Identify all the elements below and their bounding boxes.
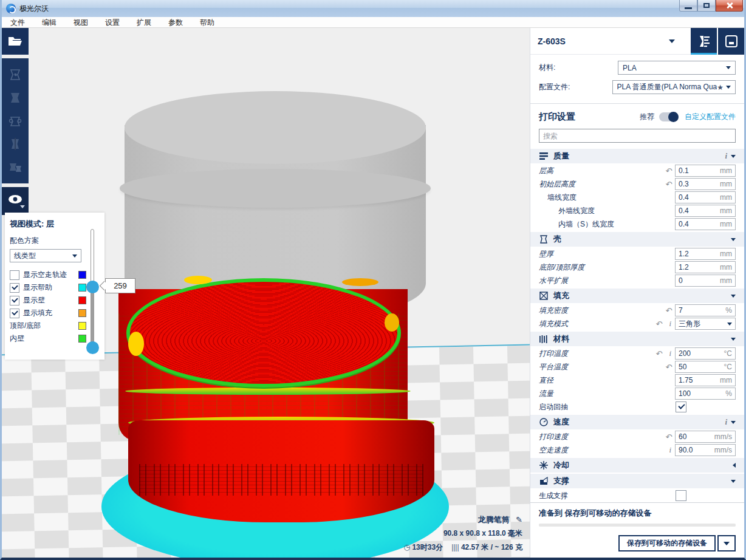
save-options-button[interactable] xyxy=(717,535,736,551)
chevron-left-icon[interactable] xyxy=(733,463,736,468)
view-mode-button[interactable] xyxy=(2,187,29,215)
undo-icon[interactable]: ↷ xyxy=(666,306,672,315)
flow-input[interactable]: 100% xyxy=(675,388,736,400)
infill-pattern-select[interactable]: 三角形 xyxy=(675,318,736,330)
chevron-down-icon[interactable] xyxy=(731,421,736,424)
horizontal-expansion-input[interactable]: 0mm xyxy=(675,275,736,287)
layer-slider-lower-handle[interactable] xyxy=(86,341,99,354)
material-select[interactable]: PLA xyxy=(618,61,736,75)
legend-row-shell[interactable]: 显示壁 xyxy=(10,294,100,307)
rename-pencil-icon[interactable]: ✎ xyxy=(516,515,522,524)
travel-speed-input[interactable]: 90.0mm/s xyxy=(675,444,736,456)
setting-label: 流量 xyxy=(539,389,675,399)
enable-retraction-checkbox[interactable] xyxy=(676,401,686,412)
shell-color-swatch xyxy=(78,296,86,304)
section-material[interactable]: 材料 xyxy=(530,332,744,346)
machine-selector[interactable]: Z-603S xyxy=(530,28,744,55)
section-quality[interactable]: 质量 i xyxy=(530,149,744,163)
color-scheme-select[interactable]: 线类型 xyxy=(10,249,81,262)
move-tool-icon[interactable] xyxy=(9,68,22,81)
custom-profile-link[interactable]: 自定义配置文件 xyxy=(685,112,736,122)
setting-label: 壁厚 xyxy=(539,249,675,259)
close-button[interactable] xyxy=(716,0,743,12)
setting-row: 底部/顶部厚度 1.2mm xyxy=(539,261,736,274)
legend-row-travels[interactable]: 显示空走轨迹 xyxy=(10,268,100,281)
show-infill-checkbox[interactable] xyxy=(10,309,19,318)
open-file-button[interactable] xyxy=(2,28,29,55)
print-speed-input[interactable]: 60mm/s xyxy=(675,431,736,443)
chevron-down-icon[interactable] xyxy=(731,155,736,158)
initial-layer-height-input[interactable]: 0.3mm xyxy=(675,178,736,190)
outer-wall-line-width-input[interactable]: 0.4mm xyxy=(675,205,736,217)
menu-parameters[interactable]: 参数 xyxy=(160,17,191,28)
recommended-custom-toggle[interactable] xyxy=(659,112,679,121)
minimize-button[interactable] xyxy=(679,0,697,12)
section-cooling[interactable]: 冷却 xyxy=(530,458,744,473)
profile-select[interactable]: PLA 普通质量(PLA Norma Qua ★ xyxy=(612,80,736,94)
info-icon: i xyxy=(725,417,727,427)
wall-line-width-input[interactable]: 0.4mm xyxy=(675,191,736,203)
menu-settings[interactable]: 设置 xyxy=(97,17,128,28)
save-to-removable-button[interactable]: 保存到可移动的存储设备 xyxy=(618,535,716,551)
viewport-3d[interactable]: 视图模式: 层 配色方案 线类型 显示空走轨迹 显示帮助 xyxy=(2,28,530,558)
model-name: 龙腾笔筒 xyxy=(478,515,510,524)
tab-layer-view[interactable] xyxy=(691,28,717,55)
mirror-tool-icon[interactable] xyxy=(9,137,22,151)
chevron-down-icon[interactable] xyxy=(20,205,25,208)
layer-slider-upper-handle[interactable] xyxy=(86,281,99,293)
chevron-down-icon[interactable] xyxy=(731,238,736,241)
menu-help[interactable]: 帮助 xyxy=(191,17,223,28)
settings-search-input[interactable] xyxy=(539,129,736,143)
menu-edit[interactable]: 编辑 xyxy=(33,17,65,28)
chevron-down-icon[interactable] xyxy=(731,480,736,483)
tab-monitor[interactable] xyxy=(718,28,744,55)
undo-icon[interactable]: ↷ xyxy=(656,319,663,329)
section-infill[interactable]: 填充 xyxy=(530,289,744,303)
bed-temperature-input[interactable]: 50°C xyxy=(675,361,736,373)
menu-bar: 文件 编辑 视图 设置 扩展 参数 帮助 xyxy=(2,17,744,28)
section-shell[interactable]: 壳 xyxy=(530,232,744,247)
chevron-down-icon[interactable] xyxy=(731,295,736,298)
menu-extensions[interactable]: 扩展 xyxy=(128,17,160,28)
profile-value: PLA 普通质量(PLA Norma Qua xyxy=(617,82,717,92)
chevron-down-icon[interactable] xyxy=(731,338,736,341)
show-helpers-checkbox[interactable] xyxy=(10,283,19,293)
material-value: PLA xyxy=(623,64,726,72)
material-icon xyxy=(539,334,549,344)
rotate-tool-icon[interactable] xyxy=(9,114,22,128)
setting-row: 层高 ↷ 0.1mm xyxy=(539,164,736,177)
print-temperature-input[interactable]: 200°C xyxy=(675,347,736,360)
setting-row: 打印温度 ↷ i 200°C xyxy=(539,347,736,360)
infill-density-input[interactable]: 7% xyxy=(675,304,736,316)
top-bottom-thickness-input[interactable]: 1.2mm xyxy=(675,261,736,273)
undo-icon[interactable]: ↷ xyxy=(666,363,672,372)
inner-wall-line-width-input[interactable]: 0.4mm xyxy=(675,218,736,230)
section-support[interactable]: 支撑 xyxy=(530,474,744,488)
layer-height-input[interactable]: 0.1mm xyxy=(675,165,736,177)
save-status-text: 准备到 保存到可移动的存储设备 xyxy=(539,508,736,519)
maximize-button[interactable] xyxy=(697,0,716,12)
layer-view-icon xyxy=(697,34,711,49)
setting-label: 平台温度 xyxy=(539,362,666,372)
diameter-input[interactable]: 1.75mm xyxy=(675,374,736,386)
undo-icon[interactable]: ↷ xyxy=(666,432,672,442)
info-icon: i xyxy=(669,445,671,455)
section-speed[interactable]: 速度 i xyxy=(530,415,744,429)
undo-icon[interactable]: ↷ xyxy=(666,166,672,176)
scale-tool-icon[interactable] xyxy=(9,91,22,104)
undo-icon[interactable]: ↷ xyxy=(666,180,672,189)
menu-view[interactable]: 视图 xyxy=(65,17,97,28)
wall-thickness-input[interactable]: 1.2mm xyxy=(675,248,736,260)
chevron-down-icon xyxy=(724,542,730,545)
menu-file[interactable]: 文件 xyxy=(2,17,33,28)
toggle-knob xyxy=(668,112,679,122)
model-top-layer xyxy=(126,278,401,388)
legend-row-infill[interactable]: 显示填充 xyxy=(10,307,100,319)
show-travels-checkbox[interactable] xyxy=(10,270,19,280)
color-scheme-label: 配色方案 xyxy=(10,236,100,246)
per-model-settings-icon[interactable] xyxy=(9,160,22,174)
undo-icon[interactable]: ↷ xyxy=(656,349,663,358)
show-shell-checkbox[interactable] xyxy=(10,296,19,306)
generate-support-checkbox[interactable] xyxy=(676,490,686,501)
setting-unit: mm xyxy=(720,376,732,384)
